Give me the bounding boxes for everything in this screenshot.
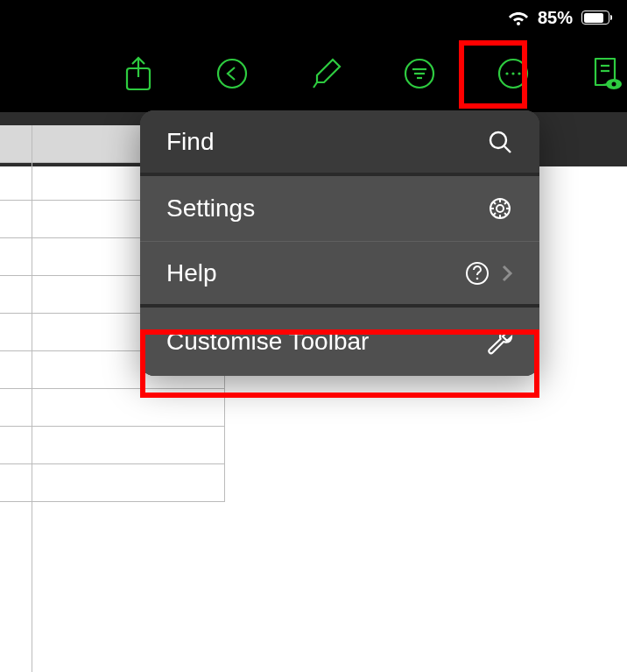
- menu-item-find[interactable]: Find: [140, 110, 539, 176]
- status-bar: 85%: [0, 0, 627, 35]
- svg-point-28: [476, 277, 479, 279]
- cell[interactable]: [32, 427, 225, 464]
- svg-point-18: [497, 205, 504, 212]
- wrench-icon: [485, 328, 513, 356]
- svg-line-23: [493, 202, 496, 204]
- svg-point-8: [506, 72, 509, 74]
- menu-label: Settings: [166, 195, 255, 223]
- cell[interactable]: [32, 464, 225, 502]
- gear-icon: [487, 195, 513, 222]
- chevron-right-icon: [501, 264, 513, 283]
- svg-point-15: [490, 132, 506, 148]
- row-header[interactable]: [0, 427, 32, 464]
- svg-line-16: [504, 146, 511, 152]
- row-header[interactable]: [0, 276, 32, 314]
- svg-point-10: [518, 72, 521, 74]
- row-header[interactable]: [0, 351, 32, 389]
- undo-button[interactable]: [212, 53, 251, 95]
- row-header[interactable]: [0, 464, 32, 502]
- row-header[interactable]: [0, 389, 32, 427]
- svg-point-9: [512, 72, 515, 74]
- more-button[interactable]: [494, 53, 533, 95]
- menu-label: Customise Toolbar: [166, 328, 369, 356]
- format-brush-button[interactable]: [306, 53, 345, 95]
- cell[interactable]: [32, 389, 225, 427]
- svg-line-26: [493, 213, 496, 216]
- svg-line-24: [504, 213, 507, 216]
- row-header[interactable]: [0, 314, 32, 351]
- battery-percent-text: 85%: [538, 8, 573, 28]
- more-menu-popover: Find Settings Help: [140, 110, 539, 376]
- menu-item-customise-toolbar[interactable]: Customise Toolbar: [140, 308, 539, 376]
- svg-line-25: [504, 202, 507, 204]
- battery-icon: [581, 11, 609, 25]
- toolbar: [0, 35, 627, 112]
- search-icon: [487, 129, 513, 155]
- row-header[interactable]: [0, 238, 32, 276]
- svg-point-0: [517, 22, 520, 25]
- menu-item-help[interactable]: Help: [140, 242, 539, 308]
- svg-point-14: [612, 82, 616, 87]
- share-button[interactable]: [118, 53, 158, 95]
- row-header-column: [0, 125, 32, 672]
- help-icon: [464, 260, 490, 286]
- menu-item-settings[interactable]: Settings: [140, 176, 539, 242]
- row-header[interactable]: [0, 125, 32, 163]
- wifi-icon: [508, 10, 529, 25]
- filter-button[interactable]: [400, 53, 440, 95]
- svg-point-2: [218, 60, 246, 88]
- document-visibility-button[interactable]: [588, 53, 627, 95]
- menu-label: Find: [166, 128, 214, 156]
- row-header[interactable]: [0, 201, 32, 238]
- menu-label: Help: [166, 259, 217, 287]
- row-header[interactable]: [0, 163, 32, 201]
